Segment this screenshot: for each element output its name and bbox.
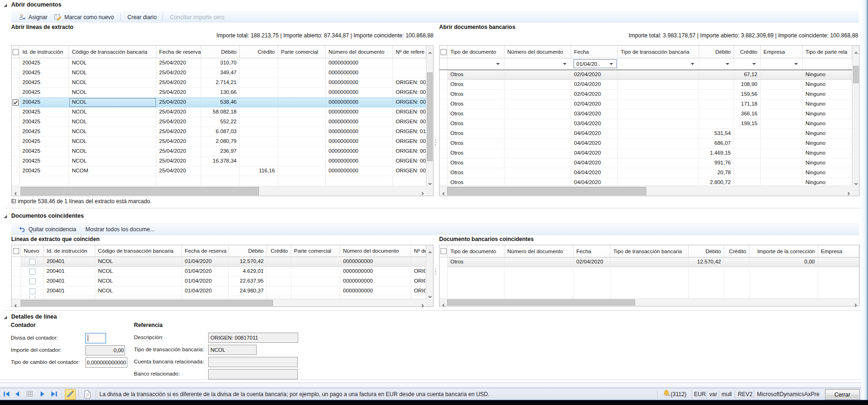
- table-row[interactable]: 200425NCOL25/04/202058.082,180000000000O…: [12, 107, 426, 117]
- cell[interactable]: [761, 70, 803, 80]
- cell[interactable]: ORIGE: [411, 267, 426, 277]
- unchecked-checkbox[interactable]: [13, 49, 19, 55]
- cell[interactable]: 200425: [20, 137, 69, 147]
- column-header-tipo-de-documento[interactable]: Tipo de documento: [448, 245, 504, 257]
- cell[interactable]: Ninguno: [803, 90, 852, 99]
- cell[interactable]: [699, 109, 734, 119]
- filter-cell[interactable]: [504, 58, 571, 70]
- column-header-empresa[interactable]: Empresa: [818, 245, 859, 257]
- cell[interactable]: [267, 286, 291, 296]
- scroll-up-icon[interactable]: [854, 49, 858, 53]
- column-header-cr-dito[interactable]: Crédito: [724, 245, 749, 257]
- cell[interactable]: [761, 149, 803, 158]
- row-selector-cell[interactable]: [12, 156, 20, 166]
- table-row[interactable]: 200425NCOL25/04/20202.714,210000000000OR…: [12, 78, 426, 88]
- cell[interactable]: [699, 80, 734, 90]
- cell[interactable]: [761, 119, 803, 129]
- column-header-select[interactable]: [12, 46, 20, 58]
- checked-checkbox[interactable]: [13, 99, 19, 106]
- cell[interactable]: Otros: [448, 178, 504, 185]
- cell[interactable]: [267, 277, 291, 286]
- panel-splitter-handle[interactable]: [435, 140, 436, 145]
- table-row[interactable]: 200425NCOL25/04/20206.087,030000000000OR…: [12, 127, 426, 137]
- cell[interactable]: ORIGE: [411, 277, 426, 286]
- cell[interactable]: [699, 99, 734, 109]
- cell[interactable]: 01/04/2020: [182, 267, 229, 277]
- cell[interactable]: 24.980,37: [229, 286, 267, 296]
- statement-lines-grid[interactable]: Id. de instrucciónCódigo de transacción …: [11, 45, 434, 196]
- cell[interactable]: NCOL: [69, 58, 156, 68]
- cell[interactable]: Otros: [448, 99, 504, 109]
- cell[interactable]: [504, 119, 571, 129]
- statusbar-user[interactable]: mull: [721, 391, 732, 398]
- cell[interactable]: 02/04/2020: [571, 70, 618, 80]
- cell[interactable]: Ninguno: [803, 139, 852, 149]
- cell[interactable]: [278, 156, 326, 166]
- column-header-parte-comercial[interactable]: Parte comercial: [291, 245, 340, 256]
- cell[interactable]: 25/04/2020: [156, 68, 201, 78]
- cell[interactable]: [278, 107, 326, 117]
- cell[interactable]: 538,46: [201, 98, 240, 107]
- cell[interactable]: [291, 257, 340, 267]
- cell[interactable]: NCOL: [69, 117, 156, 127]
- column-header-select[interactable]: [440, 46, 448, 58]
- cell[interactable]: Otros: [448, 139, 504, 149]
- cell[interactable]: 04/04/2020: [571, 139, 618, 149]
- row-selector-cell[interactable]: [12, 286, 21, 296]
- cell[interactable]: 12.570,42: [689, 257, 724, 267]
- cell[interactable]: ORIGEN: 00: [393, 137, 426, 147]
- cell[interactable]: Ninguno: [803, 80, 852, 90]
- cell[interactable]: 130,66: [201, 88, 240, 98]
- column-header-fecha-de-reserva[interactable]: Fecha de reserva: [156, 46, 201, 58]
- cell[interactable]: 02/04/2020: [571, 90, 618, 99]
- cell[interactable]: Otros: [448, 119, 504, 129]
- cell[interactable]: 0000000000: [326, 137, 393, 147]
- cell[interactable]: 200425: [20, 127, 69, 137]
- cell[interactable]: [761, 178, 803, 185]
- row-selector-cell[interactable]: [12, 127, 20, 137]
- scroll-down-icon[interactable]: [428, 292, 432, 297]
- vertical-scrollbar[interactable]: [852, 46, 859, 186]
- notification-count[interactable]: (3112): [671, 391, 686, 398]
- table-row[interactable]: 200425NCOL25/04/202016.378,340000000000O…: [12, 156, 426, 166]
- cell[interactable]: Ninguno: [803, 119, 852, 129]
- first-record-icon[interactable]: [3, 390, 10, 398]
- cell[interactable]: Ninguno: [803, 158, 852, 168]
- notifications-bell-icon[interactable]: [663, 390, 670, 399]
- cell[interactable]: 0000000000: [326, 156, 393, 166]
- row-selector-cell[interactable]: [440, 168, 448, 178]
- scroll-down-icon[interactable]: [854, 179, 858, 184]
- unchecked-checkbox[interactable]: [29, 259, 35, 265]
- cell[interactable]: [291, 267, 340, 277]
- marcar-como-nuevo-button[interactable]: Marcar como nuevo: [54, 12, 114, 22]
- cell[interactable]: 03/04/2020: [571, 109, 618, 119]
- cell[interactable]: 1.469,15: [699, 149, 734, 158]
- panel-splitter-handle[interactable]: [435, 269, 436, 274]
- cell[interactable]: 199,15: [734, 119, 761, 129]
- cell[interactable]: 25/04/2020: [156, 156, 201, 166]
- table-row[interactable]: Otros02/04/202067,12Ninguno: [440, 70, 852, 80]
- column-header-nuevo[interactable]: Nuevo: [21, 245, 44, 256]
- cell[interactable]: [761, 90, 803, 99]
- cell[interactable]: 0000000000: [326, 98, 393, 107]
- horizontal-scrollbar-thumb[interactable]: [447, 299, 635, 306]
- table-row[interactable]: 200425NCOM25/04/2020116,160000000000ORIG…: [12, 166, 426, 176]
- cell[interactable]: NCOL: [69, 78, 156, 88]
- cell[interactable]: 0,00: [749, 257, 818, 267]
- cell[interactable]: [504, 149, 571, 158]
- cell[interactable]: [618, 158, 699, 168]
- row-selector-cell[interactable]: [12, 68, 20, 78]
- cell[interactable]: 25/04/2020: [156, 117, 201, 127]
- cell[interactable]: [240, 88, 278, 98]
- grid-view-icon[interactable]: [27, 390, 33, 398]
- table-row[interactable]: 200425NCOL25/04/2020236,970000000000ORIG…: [12, 147, 426, 156]
- horizontal-scrollbar[interactable]: [12, 186, 426, 196]
- cell[interactable]: 200401: [44, 286, 95, 296]
- cell[interactable]: 25/04/2020: [156, 166, 201, 176]
- cell[interactable]: [240, 107, 278, 117]
- cell[interactable]: [267, 257, 291, 267]
- cell[interactable]: ORIGEN: 00: [393, 147, 426, 156]
- cell[interactable]: [699, 90, 734, 99]
- cell[interactable]: Ninguno: [803, 109, 852, 119]
- scroll-down-icon[interactable]: [428, 179, 432, 184]
